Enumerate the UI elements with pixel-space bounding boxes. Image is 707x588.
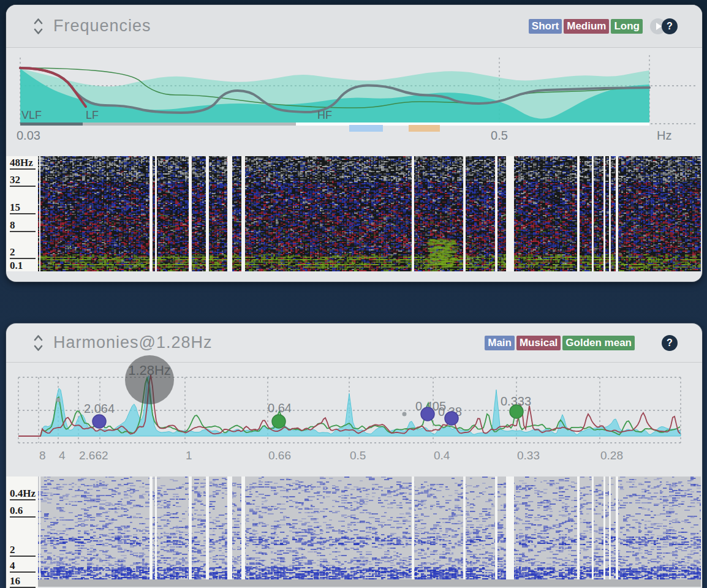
x-tick-028: 0.28: [600, 449, 623, 462]
collapse-expand-icon[interactable]: [33, 334, 43, 352]
x-axis-unit: Hz: [657, 129, 671, 142]
orange-range-chip[interactable]: [409, 125, 440, 132]
x-tick-1: 1: [186, 449, 192, 462]
harmonies-spectrogram-axis: 0.4Hz 0.6 2 4 16: [6, 477, 38, 588]
x-tick-003: 0.03: [17, 129, 40, 142]
peak-marker-golden-0333[interactable]: [510, 405, 523, 418]
axis-label-04hz: 0.4Hz: [10, 488, 36, 500]
axis-label-32: 32: [10, 174, 36, 187]
legend-badge-musical[interactable]: Musical: [516, 336, 561, 350]
frequencies-spectrogram-canvas: [38, 156, 701, 271]
frequencies-legend: Short Medium Long ?: [527, 18, 678, 34]
axis-label-8: 8: [10, 219, 36, 232]
axis-label-2: 2: [10, 246, 36, 259]
x-tick-066: 0.66: [268, 449, 291, 462]
axis-label-4: 4: [10, 560, 36, 573]
x-tick-05: 0.5: [491, 129, 508, 142]
legend-badge-short[interactable]: Short: [529, 19, 562, 34]
harmonies-panel: Harmonies@1.28Hz Main Musical Golden mea…: [6, 323, 702, 588]
harmonies-legend: Main Musical Golden mean ?: [483, 335, 678, 351]
frequencies-panel: Frequencies Short Medium Long ?: [6, 5, 702, 282]
axis-label-15: 15: [10, 202, 36, 214]
minor-peak-dot: [56, 398, 61, 402]
legend-badge-medium[interactable]: Medium: [564, 19, 609, 34]
help-button[interactable]: ?: [662, 335, 678, 351]
axis-label-06: 0.6: [10, 505, 36, 518]
selected-peak-label: 1.28Hz: [128, 363, 171, 378]
axis-label-01: 0.1: [10, 260, 36, 271]
blue-range-chip[interactable]: [349, 125, 383, 132]
peak-marker-main-2064[interactable]: [93, 415, 106, 428]
frequencies-chart: VLF LF HF 0.03 0.5 Hz: [6, 49, 702, 152]
axis-label-48hz: 48Hz: [10, 157, 36, 170]
x-tick-05: 0.5: [350, 449, 366, 462]
harmonies-spectrogram-canvas: [38, 477, 701, 587]
help-button[interactable]: ?: [662, 18, 678, 34]
legend-badge-long[interactable]: Long: [611, 19, 643, 34]
frequencies-spectrogram: 48Hz 32 15 8 2 0.1: [6, 156, 702, 271]
harmonies-chart: 1.28Hz 2.064 0.64 0.405 0.38 0.333 8 4 2…: [6, 354, 702, 477]
axis-label-16: 16: [10, 575, 36, 588]
frequencies-title: Frequencies: [53, 17, 151, 36]
axis-label-2: 2: [10, 544, 36, 557]
frequencies-spectrogram-axis: 48Hz 32 15 8 2 0.1: [6, 156, 38, 271]
peak-label-2064: 2.064: [84, 402, 115, 415]
x-tick-4: 4: [59, 449, 66, 462]
frequencies-header: Frequencies Short Medium Long ?: [6, 5, 702, 48]
play-icon: [656, 23, 662, 30]
x-tick-8: 8: [39, 449, 46, 462]
peak-marker-golden-064[interactable]: [272, 415, 285, 428]
minor-peak-dot: [403, 412, 407, 417]
legend-badge-golden-mean[interactable]: Golden mean: [562, 336, 635, 350]
band-strip: [20, 123, 649, 132]
band-label-vlf: VLF: [21, 109, 42, 121]
peak-marker-main-0405[interactable]: [421, 407, 434, 421]
peak-label-064: 0.64: [268, 401, 292, 415]
collapse-expand-icon[interactable]: [33, 17, 43, 36]
x-tick-033: 0.33: [517, 449, 540, 462]
harmonies-spectrogram: 0.4Hz 0.6 2 4 16: [6, 477, 702, 588]
harmonies-title: Harmonies@1.28Hz: [53, 333, 213, 352]
band-label-hf: HF: [317, 109, 332, 121]
band-label-lf: LF: [86, 109, 99, 121]
legend-badge-main[interactable]: Main: [485, 336, 515, 350]
peak-marker-main-038[interactable]: [445, 412, 458, 425]
x-tick-04: 0.4: [434, 449, 450, 462]
x-tick-2662: 2.662: [79, 449, 108, 462]
